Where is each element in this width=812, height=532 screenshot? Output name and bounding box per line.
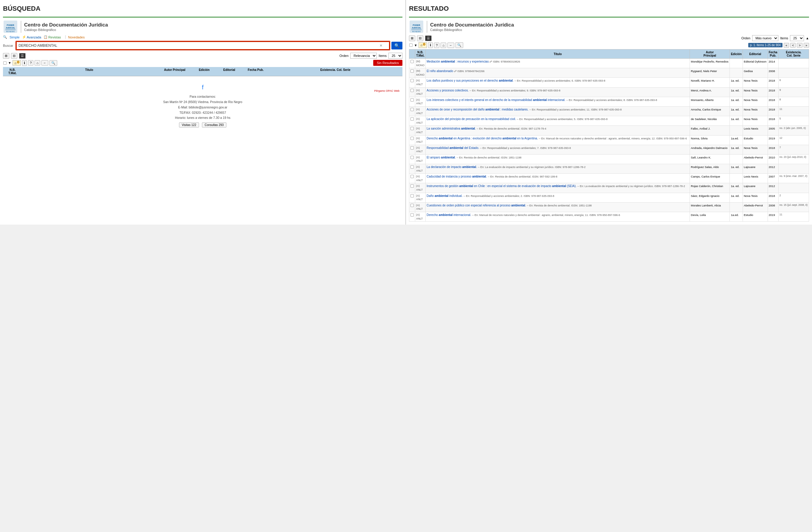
title-link[interactable]: Responsabilidad ambiental del Estado. — [426, 146, 479, 149]
help-btn[interactable]: ? — [28, 60, 33, 66]
result-arrow-down[interactable]: ▼ — [414, 43, 417, 47]
row-author: Nonna, Silvia — [690, 135, 730, 145]
right-items-select[interactable]: 25 — [790, 35, 804, 41]
title-link[interactable]: Acciones y procesos colectivos. — [426, 89, 468, 92]
rth-author: AutorPrincipal — [690, 49, 730, 59]
title-link[interactable]: Los intereses colectivos y el interés ge… — [426, 98, 565, 102]
search-button[interactable]: 🔍 — [391, 42, 403, 49]
result-star-btn[interactable]: ☆0 — [419, 42, 427, 48]
page-info: p. 1. Items 1-25 de 904 — [748, 43, 783, 47]
next-next-btn[interactable]: » — [804, 43, 809, 48]
title-link[interactable]: Derecho ambiental internacional. — [426, 213, 471, 217]
rth-edition: Edición — [730, 49, 743, 59]
row-title: La declaración de impacto ambiental. -- … — [426, 164, 690, 174]
result-list-btn[interactable]: ⊟ — [417, 35, 423, 41]
title-link[interactable]: La sanción administrativa ambiental. — [426, 127, 476, 130]
row-checkbox[interactable] — [410, 98, 414, 102]
items-arrow-up[interactable]: ▲ — [806, 36, 809, 40]
title-link[interactable]: La aplicación del principio de precaució… — [426, 117, 516, 121]
list-view-btn[interactable]: ⊟ — [11, 53, 17, 59]
grid-view-btn[interactable]: ⊞ — [3, 53, 9, 59]
table-row: (A)ANLT Caducidad de instancia y proceso… — [409, 174, 809, 183]
prev-prev-btn[interactable]: « — [784, 43, 789, 48]
visits-btn[interactable]: Visitas 122 — [179, 123, 199, 128]
title-link[interactable]: Los daños punitivos y sus proyecciones e… — [426, 79, 513, 82]
consults-btn[interactable]: Consultas 293 — [202, 123, 227, 128]
next-btn[interactable]: > — [797, 43, 802, 48]
result-home-btn[interactable]: ⌂ — [440, 43, 446, 48]
green-divider-right — [409, 17, 809, 18]
row-publisher: Nova Tesis — [743, 97, 768, 106]
title-link[interactable]: Acciones de cese y recomposición del dañ… — [426, 108, 528, 111]
row-author: Arrocha, Carlos Enrique — [690, 106, 730, 116]
title-link[interactable]: Daño ambiental individual. — [426, 194, 463, 198]
pergamo-link[interactable]: Pérgamo OPAC Web — [374, 89, 400, 93]
row-checkbox[interactable] — [410, 117, 414, 121]
row-checkbox-cell — [409, 116, 415, 126]
result-back-btn[interactable]: ← — [447, 43, 454, 48]
row-publisher: Nova Tesis — [743, 87, 768, 97]
row-checkbox[interactable] — [410, 165, 414, 169]
title-link[interactable]: Cuestiones de orden público con especial… — [426, 204, 526, 207]
row-checkbox[interactable] — [410, 127, 414, 130]
row-title: Acciones y procesos colectivos. -- En: R… — [426, 87, 690, 97]
title-link[interactable]: Instrumentos de gestión ambiental en Chi… — [426, 184, 576, 188]
row-checkbox[interactable] — [410, 175, 414, 178]
row-publisher: Nova Tesis — [743, 193, 768, 202]
star-btn[interactable]: ☆0 — [13, 60, 21, 66]
title-link[interactable]: Mediación ambiental : recursos y experie… — [426, 60, 489, 63]
row-author: Camps, Carlos Enrique — [690, 174, 730, 183]
row-checkbox[interactable] — [410, 204, 414, 207]
home-btn[interactable]: ⌂ — [34, 60, 40, 66]
clear-icon[interactable]: ✕ — [379, 43, 382, 48]
nav-simple[interactable]: Simple — [10, 35, 20, 39]
search-panel: BÚSQUEDA PODER JUDICIAL RIO NEGRO Centro… — [0, 0, 406, 225]
row-checkbox[interactable] — [410, 213, 414, 217]
nav-magazines[interactable]: 📋 Revistas — [43, 35, 61, 39]
result-info-btn[interactable]: ℹ — [428, 42, 433, 48]
row-checkbox[interactable] — [410, 194, 414, 198]
row-year: 2008 — [768, 68, 778, 78]
row-edition: 1a. ed. — [730, 116, 743, 126]
row-checkbox[interactable] — [410, 184, 414, 188]
row-checkbox[interactable] — [410, 146, 414, 149]
row-checkbox[interactable] — [410, 89, 414, 92]
result-help-btn[interactable]: ? — [434, 43, 439, 48]
prev-btn[interactable]: < — [790, 43, 796, 48]
result-search-btn[interactable]: 🔍 — [455, 42, 463, 48]
row-title: Responsabilidad ambiental del Estado. --… — [426, 145, 690, 154]
result-grid-btn[interactable]: ⊞ — [409, 35, 415, 41]
row-checkbox[interactable] — [410, 79, 414, 82]
nav-advanced[interactable]: ⚡ Avanzada — [22, 35, 41, 39]
info-btn[interactable]: ℹ — [22, 60, 27, 66]
right-order-select[interactable]: Más nuevo — [752, 35, 778, 41]
row-checkbox[interactable] — [410, 108, 414, 111]
order-select[interactable]: Relevancia — [350, 53, 377, 59]
svg-text:JUDICIAL: JUDICIAL — [412, 27, 421, 29]
items-select[interactable]: 25 — [388, 53, 403, 59]
back-btn[interactable]: ← — [41, 60, 48, 66]
detail-view-btn[interactable]: ☰ — [19, 53, 26, 59]
rth-year: FechaPub. — [768, 49, 778, 59]
select-all-checkbox[interactable] — [3, 61, 6, 64]
row-checkbox[interactable] — [410, 156, 414, 159]
title-link[interactable]: El amparo ambiental. — [426, 156, 456, 159]
nav-news[interactable]: ❕ Novedades — [63, 35, 85, 39]
row-checkbox[interactable] — [410, 136, 414, 140]
result-select-all[interactable] — [409, 43, 412, 47]
row-checkbox[interactable] — [410, 60, 414, 63]
row-checkbox[interactable] — [410, 69, 414, 73]
row-existence — [778, 183, 809, 193]
title-link[interactable]: El niño abandonado — [426, 69, 453, 73]
result-view-toolbar: ⊞ ⊟ ☰ Orden Más nuevo Items 25 ▲ — [409, 35, 809, 41]
title-link[interactable]: Caducidad de instancia y proceso ambient… — [426, 175, 487, 178]
row-checkbox-cell — [409, 154, 415, 164]
contact-address: San Martín Nº 24 (8500) Viedma. Provinci… — [6, 100, 400, 105]
no-results-btn[interactable]: Sin Resultados — [373, 60, 403, 66]
title-link[interactable]: La declaración de impacto ambiental. — [426, 165, 477, 169]
arrow-down-icon[interactable]: ▼ — [8, 61, 11, 64]
search-input[interactable] — [16, 41, 390, 50]
search-btn2[interactable]: 🔍 — [49, 60, 57, 66]
result-detail-btn[interactable]: ☰ — [425, 35, 432, 41]
title-link[interactable]: Derecho ambiental en Argentina : evoluci… — [426, 137, 538, 140]
